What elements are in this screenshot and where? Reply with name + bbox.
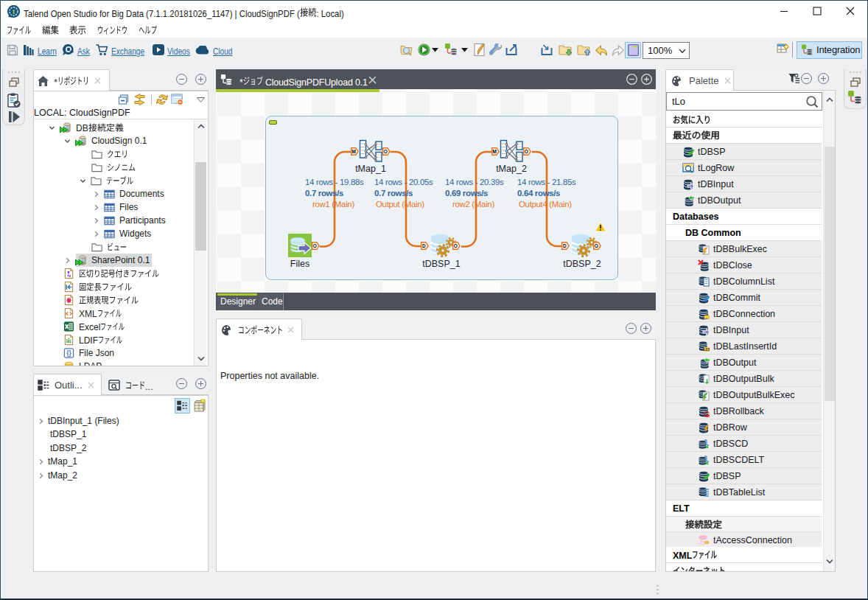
- svg-text:{}: {}: [66, 349, 71, 357]
- svg-text:O: O: [384, 149, 388, 154]
- svg-text:M: M: [352, 149, 356, 154]
- svg-text:O: O: [595, 243, 598, 248]
- svg-text:D: D: [563, 243, 567, 248]
- svg-text:123: 123: [703, 347, 710, 352]
- svg-text:O: O: [454, 243, 458, 248]
- svg-text:D: D: [422, 243, 426, 248]
- svg-text:M: M: [493, 149, 497, 154]
- svg-text:O: O: [313, 243, 317, 248]
- svg-text:O: O: [525, 149, 528, 154]
